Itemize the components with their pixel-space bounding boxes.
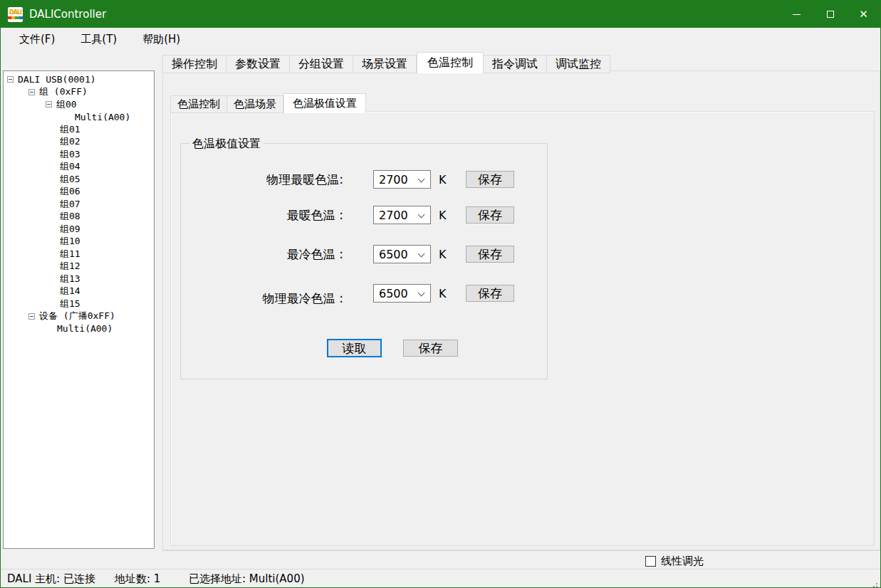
linear-dimming-checkbox[interactable] <box>645 556 656 567</box>
tree-node-root[interactable]: DALI USB(0001) <box>4 73 154 86</box>
coolest-label: 最冷色温 : <box>181 246 343 263</box>
tab-grouping-settings[interactable]: 分组设置 <box>290 55 353 73</box>
chevron-down-icon <box>418 290 425 297</box>
tree-node-group14[interactable]: 组14 <box>4 285 154 298</box>
save-physical-warmest-button[interactable]: 保存 <box>466 171 514 188</box>
tree-node-group10[interactable]: 组10 <box>4 236 154 248</box>
save-physical-coolest-button[interactable]: 保存 <box>466 285 514 302</box>
menu-tools[interactable]: 工具(T) <box>73 29 125 50</box>
tree-node-multi-a00-device[interactable]: Multi(A00) <box>4 322 154 335</box>
menu-bar: 文件(F) 工具(T) 帮助(H) <box>1 28 880 51</box>
tree-node-group00[interactable]: 组00 <box>4 98 154 111</box>
tree-node-group05[interactable]: 组05 <box>4 173 154 186</box>
device-tree: DALI USB(0001) 组 (0xFF) 组00 Multi(A00) 组… <box>3 70 155 549</box>
read-button[interactable]: 读取 <box>327 339 382 357</box>
tab-debug-monitor[interactable]: 调试监控 <box>547 55 610 73</box>
unit-label: K <box>439 248 447 261</box>
color-temp-extremes-page: 色温极值设置 物理最暖色温: 2700 K 保存 最暖色温 : 2700 <box>170 111 875 546</box>
status-host-connection: DALI 主机: 已连接 <box>7 572 95 586</box>
save-all-button[interactable]: 保存 <box>403 340 458 357</box>
tree-node-device-broadcast[interactable]: 设备 (广播0xFF) <box>4 310 154 323</box>
subtab-color-temp-extremes[interactable]: 色温极值设置 <box>283 93 366 113</box>
tree-node-group15[interactable]: 组15 <box>4 298 154 310</box>
tree-node-group09[interactable]: 组09 <box>4 223 154 236</box>
maximize-icon <box>827 11 834 18</box>
tree-node-group02[interactable]: 组02 <box>4 136 154 149</box>
app-window: DALI DALIController ✕ 文件(F) 工具(T) 帮助(H) … <box>0 0 881 588</box>
tab-parameter-settings[interactable]: 参数设置 <box>226 55 290 73</box>
linear-dimming-option[interactable]: 线性调光 <box>645 555 704 568</box>
tree-node-group11[interactable]: 组11 <box>4 248 154 261</box>
tab-command-debug[interactable]: 指令调试 <box>484 55 547 73</box>
warmest-label: 最暖色温 : <box>181 207 343 224</box>
tree-node-group-all[interactable]: 组 (0xFF) <box>4 86 154 99</box>
subtab-color-temp-scene[interactable]: 色温场景 <box>227 95 283 113</box>
footer-strip: 线性调光 <box>162 550 880 570</box>
tree-node-group12[interactable]: 组12 <box>4 261 154 273</box>
physical-warmest-combobox[interactable]: 2700 <box>373 170 431 189</box>
title-bar: DALI DALIController ✕ <box>1 1 880 28</box>
unit-label: K <box>439 173 447 187</box>
tree-node-group04[interactable]: 组04 <box>4 161 154 174</box>
tree-node-group08[interactable]: 组08 <box>4 211 154 224</box>
unit-label: K <box>439 287 447 300</box>
tree-node-group03[interactable]: 组03 <box>4 148 154 161</box>
collapse-icon[interactable] <box>46 101 52 107</box>
warmest-combobox[interactable]: 2700 <box>373 206 431 224</box>
unit-label: K <box>439 209 447 222</box>
save-coolest-button[interactable]: 保存 <box>466 246 514 263</box>
window-title: DALIController <box>29 8 106 21</box>
menu-help[interactable]: 帮助(H) <box>135 29 188 50</box>
status-selected-address: 已选择地址: Multi(A00) <box>189 572 305 586</box>
tab-scene-settings[interactable]: 场景设置 <box>353 55 417 73</box>
color-temp-control-page: 色温控制 色温场景 色温极值设置 色温极值设置 物理最暖色温: 2700 K 保… <box>162 70 880 550</box>
maximize-button[interactable] <box>813 1 847 28</box>
coolest-combobox[interactable]: 6500 <box>373 245 431 263</box>
row-coolest: 最冷色温 : 6500 K 保存 <box>181 245 547 263</box>
status-address-count: 地址数: 1 <box>115 572 160 586</box>
close-button[interactable]: ✕ <box>847 1 880 28</box>
chevron-down-icon <box>418 176 425 183</box>
resize-grip-icon[interactable] <box>876 583 877 584</box>
status-bar: DALI 主机: 已连接 地址数: 1 已选择地址: Multi(A00) <box>1 569 880 587</box>
physical-warmest-label: 物理最暖色温: <box>181 172 343 188</box>
collapse-icon[interactable] <box>28 313 35 320</box>
collapse-icon[interactable] <box>7 76 14 83</box>
tree-node-group13[interactable]: 组13 <box>4 273 154 285</box>
collapse-icon[interactable] <box>28 89 35 95</box>
minimize-icon <box>793 14 801 15</box>
tree-node-group01[interactable]: 组01 <box>4 123 154 136</box>
tree-node-multi-a00[interactable]: Multi(A00) <box>4 111 154 124</box>
app-icon: DALI <box>8 7 23 22</box>
physical-coolest-combobox[interactable]: 6500 <box>373 284 431 303</box>
chevron-down-icon <box>418 251 425 258</box>
row-warmest: 最暖色温 : 2700 K 保存 <box>181 206 547 224</box>
main-tab-strip: 操作控制 参数设置 分组设置 场景设置 色温控制 指令调试 调试监控 <box>162 52 610 73</box>
tab-color-temp-control[interactable]: 色温控制 <box>417 52 484 73</box>
save-warmest-button[interactable]: 保存 <box>466 206 514 224</box>
chevron-down-icon <box>418 211 425 219</box>
tree-node-group07[interactable]: 组07 <box>4 198 154 211</box>
close-icon: ✕ <box>859 9 868 20</box>
groupbox-title: 色温极值设置 <box>189 137 264 152</box>
minimize-button[interactable] <box>780 1 813 28</box>
physical-coolest-label: 物理最冷色温 : <box>181 290 343 307</box>
row-physical-coolest: 物理最冷色温 : 6500 K 保存 <box>181 284 547 303</box>
linear-dimming-label: 线性调光 <box>661 555 704 568</box>
tab-operation-control[interactable]: 操作控制 <box>162 55 226 73</box>
menu-file[interactable]: 文件(F) <box>11 29 63 50</box>
subtab-color-temp-control[interactable]: 色温控制 <box>170 95 227 113</box>
row-physical-warmest: 物理最暖色温: 2700 K 保存 <box>181 170 547 189</box>
tree-node-group06[interactable]: 组06 <box>4 186 154 199</box>
sub-tab-strip: 色温控制 色温场景 色温极值设置 <box>170 93 366 113</box>
color-temp-extremes-groupbox: 色温极值设置 物理最暖色温: 2700 K 保存 最暖色温 : 2700 <box>180 143 548 379</box>
